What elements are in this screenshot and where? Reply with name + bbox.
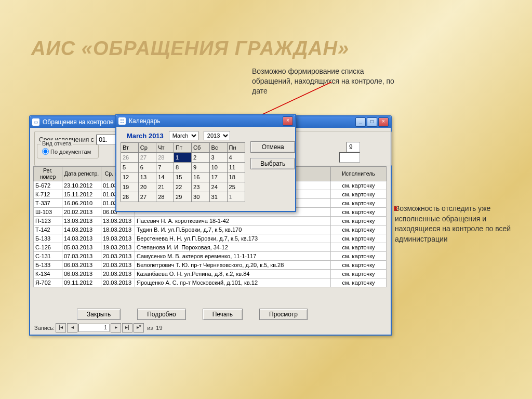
view-button[interactable]: Просмотр	[259, 309, 308, 320]
recnav-first[interactable]: |◂	[56, 323, 66, 332]
cell-reg[interactable]: Т-142	[34, 225, 62, 234]
col-header[interactable]: Дата регистр.	[62, 167, 101, 181]
calendar-day[interactable]: 21	[156, 182, 174, 192]
calendar-day[interactable]: 13	[138, 172, 156, 182]
print-button[interactable]: Печать	[203, 309, 243, 320]
cell-date[interactable]: 14.03.2013	[62, 225, 101, 234]
calendar-day[interactable]: 26	[121, 192, 139, 202]
calendar-day[interactable]: 27	[138, 192, 156, 202]
cell-reg[interactable]: К-134	[34, 270, 62, 278]
recnav-prev[interactable]: ◂	[67, 323, 77, 332]
calendar-day[interactable]: 2	[192, 153, 209, 163]
cell-desc[interactable]: Тудин В. И. ул.П.Бровки, д.7, к.5, кв.17…	[135, 225, 331, 234]
table-row[interactable]: Б-13314.03.201319.03.2013Берстенева Н. Н…	[34, 234, 387, 243]
cell-exec[interactable]: см. карточку	[331, 199, 387, 208]
calendar-day[interactable]: 20	[138, 182, 156, 192]
year-select[interactable]: 2013	[204, 131, 230, 140]
table-row[interactable]: П-12313.03.201313.03.2013Пасевич Н. А. к…	[34, 217, 387, 225]
cell-due[interactable]: 13.03.2013	[101, 217, 135, 225]
cell-date[interactable]: 06.03.2013	[62, 270, 101, 278]
recnav-last[interactable]: ▸|	[122, 323, 132, 332]
calendar-day[interactable]: 1	[174, 153, 192, 163]
cell-exec[interactable]: см. карточку	[331, 270, 387, 278]
calendar-day[interactable]: 30	[192, 192, 209, 202]
cell-reg[interactable]: К-712	[34, 190, 62, 199]
calendar-day[interactable]: 23	[192, 182, 209, 192]
cell-exec[interactable]: см. карточку	[331, 181, 387, 190]
calendar-day[interactable]: 17	[209, 172, 227, 182]
calendar-day[interactable]: 25	[227, 182, 245, 192]
table-row[interactable]: К-13406.03.201320.03.2013Казанбаева О. Н…	[34, 270, 387, 278]
table-row[interactable]: Я-70209.11.201220.03.2013Ярощенко А. С. …	[34, 278, 387, 287]
calendar-day[interactable]: 14	[156, 172, 174, 182]
cell-due[interactable]: 20.03.2013	[101, 270, 135, 278]
calendar-day[interactable]: 11	[227, 163, 245, 172]
cell-reg[interactable]: Б-133	[34, 261, 62, 270]
maximize-button[interactable]: □	[367, 117, 377, 127]
cell-date[interactable]: 23.10.2012	[62, 181, 101, 190]
cell-due[interactable]: 20.03.2013	[101, 278, 135, 287]
recnav-pos[interactable]: 1	[78, 324, 110, 332]
cell-due[interactable]: 19.03.2013	[101, 243, 135, 252]
detail-button[interactable]: Подробно	[137, 309, 186, 320]
cell-date[interactable]: 09.11.2012	[62, 278, 101, 287]
table-row[interactable]: Б-13306.03.201320.03.2013Белопетрович Т.…	[34, 261, 387, 270]
recnav-next[interactable]: ▸	[111, 323, 121, 332]
date-from-input[interactable]: 01.	[96, 135, 117, 145]
calendar-close-button[interactable]: ×	[283, 116, 293, 126]
cell-reg[interactable]: П-123	[34, 217, 62, 225]
calendar-day[interactable]: 3	[209, 153, 227, 163]
cell-desc[interactable]: Пасевич Н. А. короткевича 18-1-42	[135, 217, 331, 225]
recnav-new[interactable]: ▸*	[134, 323, 144, 332]
calendar-day[interactable]: 28	[156, 192, 174, 202]
cell-exec[interactable]: см. карточку	[331, 234, 387, 243]
calendar-day[interactable]: 10	[209, 163, 227, 172]
cell-desc[interactable]: Степанова И. И. Пороховая, 34-12	[135, 243, 331, 252]
calendar-day[interactable]: 12	[121, 172, 139, 182]
cell-date[interactable]: 06.03.2013	[62, 261, 101, 270]
extra-field2[interactable]	[339, 152, 360, 163]
cell-exec[interactable]: см. карточку	[331, 217, 387, 225]
calendar-grid[interactable]: ВтСрЧтПтСбВсПн26272812345678910111213141…	[121, 142, 245, 202]
cell-reg[interactable]: Б-672	[34, 181, 62, 190]
table-row[interactable]: Т-14214.03.201318.03.2013Тудин В. И. ул.…	[34, 225, 387, 234]
table-row[interactable]: С-12605.03.201319.03.2013Степанова И. И.…	[34, 243, 387, 252]
cell-date[interactable]: 14.03.2013	[62, 234, 101, 243]
calendar-titlebar[interactable]: ☷ Календарь ×	[116, 115, 295, 127]
cell-due[interactable]: 18.03.2013	[101, 225, 135, 234]
cell-due[interactable]: 20.03.2013	[101, 252, 135, 261]
cell-desc[interactable]: Белопетрович Т. Ю. пр-т Черняховского, д…	[135, 261, 331, 270]
cell-reg[interactable]: Я-702	[34, 278, 62, 287]
cell-desc[interactable]: Казанбаева О. Н. ул.Репина, д.8, к.2, кв…	[135, 270, 331, 278]
cell-reg[interactable]: Ш-103	[34, 208, 62, 217]
calendar-day[interactable]: 16	[192, 172, 209, 182]
cell-due[interactable]: 20.03.2013	[101, 261, 135, 270]
cell-exec[interactable]: см. карточку	[331, 225, 387, 234]
col-header[interactable]: Исполнитель	[331, 167, 387, 181]
calendar-cancel-button[interactable]: Отмена	[250, 141, 295, 153]
cell-exec[interactable]: см. карточку	[331, 243, 387, 252]
cell-exec[interactable]: см. карточку	[331, 252, 387, 261]
calendar-day[interactable]: 5	[121, 163, 139, 172]
cell-exec[interactable]: см. карточку	[331, 278, 387, 287]
cell-exec[interactable]: см. карточку	[331, 208, 387, 217]
calendar-day[interactable]: 28	[156, 153, 174, 163]
calendar-day[interactable]: 22	[174, 182, 192, 192]
close-button[interactable]: ×	[378, 117, 389, 127]
table-row[interactable]: С-13107.03.201320.03.2013Самусенко М. В.…	[34, 252, 387, 261]
minimize-button[interactable]: _	[355, 117, 366, 127]
extra-field[interactable]: 9	[347, 142, 360, 152]
cell-reg[interactable]: С-131	[34, 252, 62, 261]
cell-desc[interactable]: Ярощенко А. С. пр-т Московский, д.101, к…	[135, 278, 331, 287]
calendar-day[interactable]: 4	[227, 153, 245, 163]
calendar-day[interactable]: 1	[227, 192, 245, 202]
record-navigator[interactable]: Запись: |◂ ◂ 1 ▸ ▸| ▸* из 19	[34, 323, 163, 332]
cell-date[interactable]: 13.03.2013	[62, 217, 101, 225]
calendar-day[interactable]: 15	[174, 172, 192, 182]
cell-reg[interactable]: Б-133	[34, 234, 62, 243]
calendar-day[interactable]: 19	[121, 182, 139, 192]
cell-date[interactable]: 20.02.2013	[62, 208, 101, 217]
calendar-day[interactable]: 18	[227, 172, 245, 182]
calendar-day[interactable]: 26	[121, 153, 139, 163]
calendar-day[interactable]: 9	[192, 163, 209, 172]
